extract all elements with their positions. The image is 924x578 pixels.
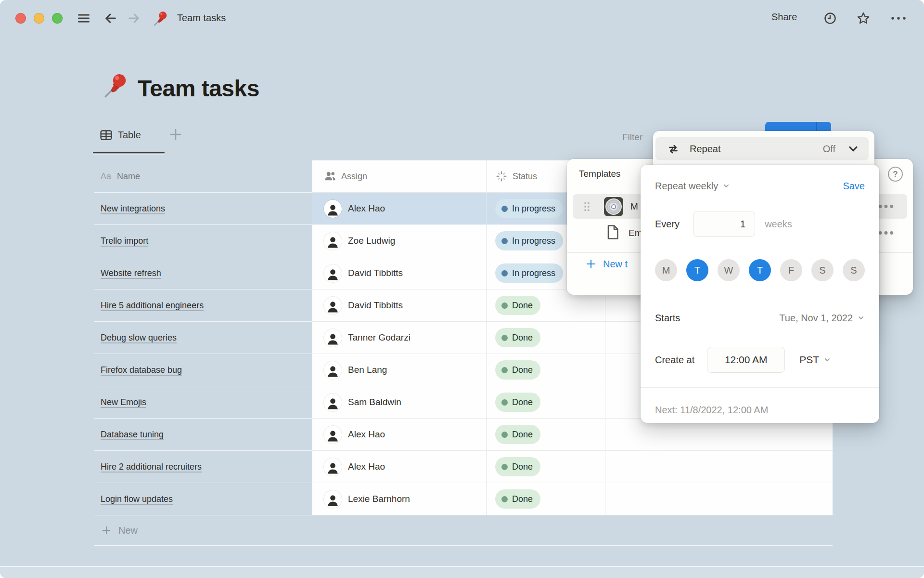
task-assign-cell[interactable]: Lexie Barnhorn — [312, 483, 486, 515]
empty-cell[interactable] — [605, 419, 833, 451]
task-name-cell[interactable]: New integrations — [94, 193, 312, 225]
share-button[interactable]: Share — [771, 12, 797, 23]
filter-button[interactable]: Filter — [622, 132, 642, 143]
task-assign-cell[interactable]: Tanner Godarzi — [312, 322, 486, 354]
task-name-cell[interactable]: Trello import — [94, 225, 312, 257]
task-status-cell[interactable]: Done — [486, 483, 605, 515]
add-view-button[interactable] — [168, 127, 183, 142]
day-circle[interactable]: W — [718, 259, 740, 281]
create-time-input[interactable] — [707, 347, 785, 373]
close-window-button[interactable] — [15, 13, 26, 24]
minimize-window-button[interactable] — [34, 13, 44, 24]
status-label: Done — [512, 365, 533, 375]
interval-input[interactable] — [693, 211, 755, 237]
page-icon-pushpin[interactable] — [101, 71, 129, 101]
tab-table-view[interactable]: Table — [99, 128, 141, 142]
task-name: Hire 2 additional recruiters — [101, 462, 202, 472]
breadcrumb-page-title[interactable]: Team tasks — [177, 13, 226, 24]
plus-icon — [585, 258, 597, 270]
avatar — [324, 329, 342, 347]
task-name-cell[interactable]: Website refresh — [94, 257, 312, 289]
drag-handle-icon[interactable] — [583, 201, 590, 212]
status-pill: In progress — [495, 231, 563, 250]
footer-strip — [0, 566, 924, 578]
back-arrow-icon[interactable] — [104, 12, 117, 25]
cd-icon — [604, 197, 623, 216]
timezone-dropdown[interactable]: PST — [799, 354, 819, 366]
task-name: Website refresh — [101, 268, 161, 278]
avatar — [324, 264, 342, 282]
spinner-icon — [495, 170, 508, 183]
favorite-star-icon[interactable] — [857, 12, 870, 25]
avatar — [324, 361, 342, 379]
task-name: New integrations — [101, 204, 165, 214]
day-circle[interactable]: F — [780, 259, 802, 281]
status-pill: Done — [495, 489, 540, 509]
task-name-cell[interactable]: Hire 2 additional recruiters — [94, 451, 312, 483]
day-circle[interactable]: T — [686, 259, 708, 281]
start-date-dropdown[interactable]: Tue, Nov 1, 2022 — [779, 313, 853, 324]
template-options-icon[interactable]: ••• — [878, 226, 895, 240]
create-at-row: Create at PST — [655, 347, 865, 373]
empty-cell[interactable] — [605, 483, 833, 515]
column-header-assign[interactable]: Assign — [312, 160, 486, 193]
task-status-cell[interactable]: Done — [486, 386, 605, 419]
forward-arrow-icon[interactable] — [127, 12, 141, 25]
task-status-cell[interactable]: Done — [486, 451, 605, 483]
task-name-cell[interactable]: Login flow updates — [94, 483, 312, 515]
day-circle[interactable]: S — [843, 259, 865, 281]
updates-clock-icon[interactable] — [823, 12, 837, 25]
day-circle[interactable]: M — [655, 259, 677, 281]
task-assign-cell[interactable]: Alex Hao — [312, 193, 486, 225]
template-options-icon[interactable]: ••• — [878, 199, 895, 213]
task-assign-cell[interactable]: Alex Hao — [312, 451, 486, 483]
status-label: Done — [512, 494, 533, 504]
task-name: New Emojis — [101, 397, 146, 407]
more-options-icon[interactable] — [889, 12, 908, 25]
new-row-button[interactable]: New — [94, 515, 833, 546]
menu-item-repeat[interactable]: Repeat Off — [655, 137, 869, 160]
empty-cell[interactable] — [605, 451, 833, 483]
new-row-label: New — [118, 525, 138, 536]
new-template-label: New t — [603, 259, 628, 270]
avatar — [324, 426, 342, 444]
save-button[interactable]: Save — [843, 181, 865, 192]
task-assign-cell[interactable]: David Tibbitts — [312, 289, 486, 322]
task-name-cell[interactable]: New Emojis — [94, 386, 312, 419]
table-row: Hire 2 additional recruiters Alex Hao Do… — [94, 451, 833, 483]
sidebar-menu-icon[interactable] — [77, 12, 90, 25]
window-titlebar: Team tasks Share — [0, 0, 924, 36]
column-header-name[interactable]: Aa Name — [94, 160, 312, 193]
frequency-dropdown[interactable]: Repeat weekly — [655, 181, 718, 192]
assignee-name: David Tibbitts — [348, 300, 403, 311]
task-name-cell[interactable]: Debug slow queries — [94, 322, 312, 354]
new-template-button[interactable]: New t — [585, 258, 628, 270]
status-label: In progress — [512, 268, 555, 278]
assignee-name: Alex Hao — [348, 203, 385, 214]
status-label: Done — [512, 430, 533, 440]
day-circle[interactable]: S — [811, 259, 834, 281]
status-dot — [501, 432, 508, 438]
day-circle[interactable]: T — [749, 259, 771, 281]
status-pill: Done — [495, 328, 540, 347]
task-name-cell[interactable]: Firefox database bug — [94, 354, 312, 386]
task-assign-cell[interactable]: Ben Lang — [312, 354, 486, 386]
task-assign-cell[interactable]: David Tibbitts — [312, 257, 486, 289]
status-label: In progress — [512, 204, 555, 214]
task-status-cell[interactable]: Done — [486, 354, 605, 386]
page-title[interactable]: Team tasks — [138, 75, 259, 102]
task-status-cell[interactable]: Done — [486, 419, 605, 451]
task-name-cell[interactable]: Database tuning — [94, 419, 312, 451]
task-assign-cell[interactable]: Sam Baldwin — [312, 386, 486, 419]
status-label: Done — [512, 301, 533, 311]
assignee-name: Sam Baldwin — [348, 397, 401, 407]
maximize-window-button[interactable] — [52, 13, 63, 24]
task-status-cell[interactable]: Done — [486, 322, 605, 354]
task-name: Debug slow queries — [101, 333, 177, 343]
status-dot — [501, 270, 508, 276]
page-icon — [604, 223, 621, 243]
task-assign-cell[interactable]: Zoe Ludwig — [312, 225, 486, 257]
task-name-cell[interactable]: Hire 5 additional engineers — [94, 289, 312, 322]
task-assign-cell[interactable]: Alex Hao — [312, 419, 486, 451]
help-icon[interactable]: ? — [888, 167, 903, 182]
